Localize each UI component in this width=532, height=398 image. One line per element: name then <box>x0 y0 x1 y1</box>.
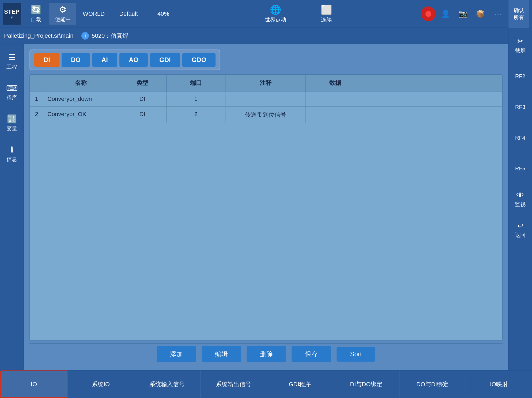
col-name: 名称 <box>43 75 118 91</box>
col-comment: 注释 <box>225 75 306 91</box>
tab-gdo[interactable]: GDO <box>182 53 216 67</box>
sidebar-item-program[interactable]: ⌨ 程序 <box>1 78 22 107</box>
col-type: 类型 <box>118 75 167 91</box>
col-data: 数据 <box>306 75 365 91</box>
rf3-button[interactable]: RF3 <box>510 92 531 122</box>
tab-di[interactable]: DI <box>34 53 59 67</box>
default-select[interactable]: Default <box>111 3 146 25</box>
auto-button[interactable]: 🔄 自动 <box>23 3 50 25</box>
table-body: 1 Converyor_down DI 1 2 Converyor_OK DI … <box>30 91 502 123</box>
enable-button[interactable]: ⚙ 使能中 <box>50 3 76 25</box>
back-icon: ↩ <box>517 221 523 230</box>
delete-button[interactable]: 删除 <box>247 346 286 362</box>
bottom-tab-sys-input[interactable]: 系统输入信号 <box>134 370 201 398</box>
row1-num: 1 <box>30 91 43 106</box>
variable-icon: 🔣 <box>7 114 17 124</box>
row1-port: 1 <box>167 91 225 106</box>
program-icon: ⌨ <box>6 83 18 93</box>
top-toolbar: STEP ▼ 🔄 自动 ⚙ 使能中 WORLD Default 40% 🌐 世界… <box>0 0 532 28</box>
breadcrumb-status: 5020：仿真焊 <box>92 32 128 40</box>
io-tabs: DI DO AI AO GDI GDO <box>29 49 220 70</box>
row2-type: DI <box>118 107 167 123</box>
bottom-tabbar: IO 系统IO 系统输入信号 系统输出信号 GDI程序 DI与DO绑定 DO与D… <box>0 370 532 398</box>
monitor-button[interactable]: 👁 监视 <box>510 185 531 214</box>
row2-comment: 传送带到位信号 <box>225 107 306 123</box>
confirm-all-button[interactable]: 确认 所有 <box>508 0 529 28</box>
continuous-button[interactable]: ⬜ 连续 <box>309 4 344 23</box>
breadcrumb-info: i 5020：仿真焊 <box>81 32 128 40</box>
record-button[interactable] <box>421 6 436 21</box>
sort-button[interactable]: Sort <box>337 347 375 362</box>
screenshot-button[interactable]: ✂ 截屏 <box>510 31 531 60</box>
world-jog-icon: 🌐 <box>270 4 281 15</box>
world-jog-button[interactable]: 🌐 世界点动 <box>258 4 293 23</box>
camera-icon[interactable]: 📷 <box>456 6 470 21</box>
tab-ao[interactable]: AO <box>119 53 148 67</box>
action-bar: 添加 编辑 删除 保存 Sort <box>29 343 503 365</box>
info-sidebar-icon: ℹ <box>10 145 13 154</box>
bottom-tab-gdi-program[interactable]: GDI程序 <box>267 370 333 398</box>
bottom-tab-sys-output[interactable]: 系统输出信号 <box>201 370 267 398</box>
table-row[interactable]: 1 Converyor_down DI 1 <box>30 91 502 107</box>
enable-icon: ⚙ <box>59 5 67 15</box>
left-sidebar: ☰ 工程 ⌨ 程序 🔣 变量 ℹ 信息 <box>0 44 24 370</box>
row2-name: Converyor_OK <box>43 107 118 123</box>
row2-data <box>306 107 365 123</box>
cube-icon[interactable]: 📦 <box>473 6 488 21</box>
sidebar-item-info[interactable]: ℹ 信息 <box>1 139 22 169</box>
io-table: 名称 类型 端口 注释 数据 1 Converyor_down DI 1 2 C… <box>29 74 503 340</box>
rf4-button[interactable]: RF4 <box>510 123 531 152</box>
bottom-tab-di-do[interactable]: DI与DO绑定 <box>333 370 399 398</box>
breadcrumb-bar: Palletizing_Project.sr\main i 5020：仿真焊 <box>0 28 511 44</box>
row2-port: 2 <box>167 107 225 123</box>
tab-gdi[interactable]: GDI <box>150 53 180 67</box>
info-icon: i <box>81 32 89 40</box>
bottom-tab-io[interactable]: IO <box>0 370 68 398</box>
row1-data <box>306 91 365 106</box>
rf5-button[interactable]: RF5 <box>510 154 531 183</box>
table-header: 名称 类型 端口 注释 数据 <box>30 75 502 91</box>
col-num <box>30 75 43 91</box>
bottom-tab-io-map[interactable]: IO映射 <box>466 370 532 398</box>
world-select[interactable]: WORLD <box>76 3 111 25</box>
bottom-tab-system-io[interactable]: 系统IO <box>68 370 134 398</box>
dots-icon[interactable]: ⋯ <box>491 6 505 21</box>
main-content: DI DO AI AO GDI GDO 名称 类型 端口 注释 数据 1 Con… <box>24 44 508 370</box>
toolbar-mid: 🌐 世界点动 ⬜ 连续 <box>181 4 421 23</box>
percent-select[interactable]: 40% <box>146 3 181 25</box>
tab-do[interactable]: DO <box>62 53 90 67</box>
screenshot-icon: ✂ <box>517 37 523 46</box>
sidebar-item-project[interactable]: ☰ 工程 <box>1 47 22 76</box>
continuous-icon: ⬜ <box>321 4 332 15</box>
auto-icon: 🔄 <box>31 5 41 15</box>
row1-name: Converyor_down <box>43 91 118 106</box>
row2-num: 2 <box>30 107 43 123</box>
toolbar-right: 👤 📷 📦 ⋯ <box>421 6 505 21</box>
breadcrumb-path: Palletizing_Project.sr\main <box>4 32 73 39</box>
tab-ai[interactable]: AI <box>92 53 117 67</box>
eye-icon: 👁 <box>516 191 524 200</box>
col-port: 端口 <box>167 75 225 91</box>
rf2-button[interactable]: RF2 <box>510 62 531 91</box>
project-icon: ☰ <box>8 53 16 62</box>
sidebar-item-variable[interactable]: 🔣 变量 <box>1 108 22 138</box>
save-button[interactable]: 保存 <box>292 346 331 362</box>
right-sidebar: ✂ 截屏 RF2 RF3 RF4 RF5 👁 监视 ↩ 返回 <box>508 28 532 370</box>
bottom-tab-do-di[interactable]: DO与DI绑定 <box>399 370 466 398</box>
add-button[interactable]: 添加 <box>157 346 196 362</box>
back-button[interactable]: ↩ 返回 <box>510 215 531 245</box>
edit-button[interactable]: 编辑 <box>202 346 241 362</box>
table-row[interactable]: 2 Converyor_OK DI 2 传送带到位信号 <box>30 107 502 123</box>
user-icon[interactable]: 👤 <box>438 6 453 21</box>
row1-type: DI <box>118 91 167 106</box>
step-button[interactable]: STEP ▼ <box>3 3 21 25</box>
row1-comment <box>225 91 306 106</box>
